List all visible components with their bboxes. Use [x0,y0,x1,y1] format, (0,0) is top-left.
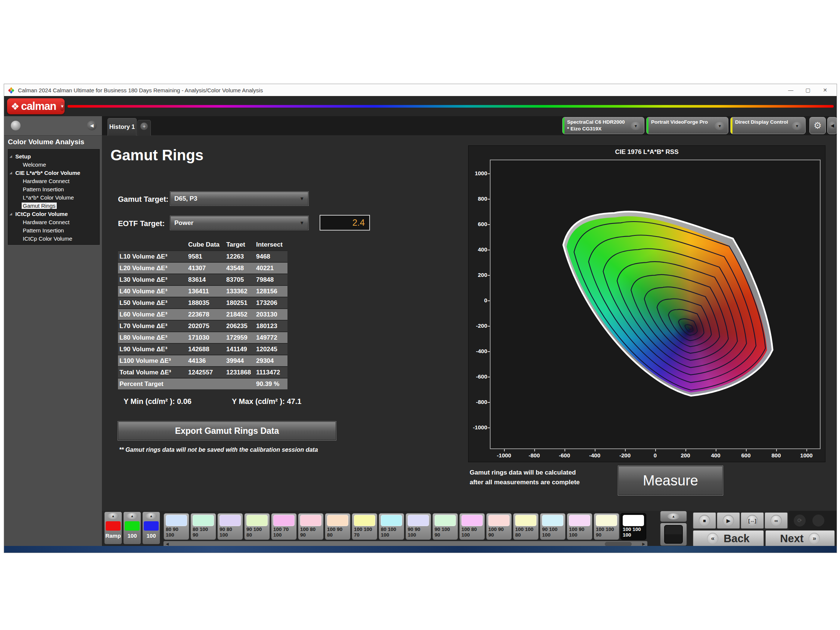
loop-button[interactable]: ∞ [764,512,788,529]
eotf-target-dropdown[interactable]: Power ▼ [170,216,308,230]
row-label: Total Volume ΔE³ [118,367,187,378]
swatch-100-90-90[interactable]: 100 90 90 [486,513,512,540]
sidebar-collapse-button[interactable]: ◀ [87,121,97,130]
sidebar-item-pattern-insertion[interactable]: Pattern Insertion [8,185,99,193]
pattern-button-100-1[interactable]: ▲100 [123,511,141,545]
swatch-label: 100 100 100 [621,526,646,538]
row-label: L60 Volume ΔE³ [118,309,187,320]
y-tick-label: 1000 [471,170,487,176]
stop-button[interactable]: ■ [693,512,716,529]
back-label: Back [723,532,749,545]
intersect-value: 180123 [254,320,287,332]
plus-icon: + [141,123,148,130]
x-tick-label: 800 [765,452,787,459]
swatch-100-100-70[interactable]: 100 100 70 [352,513,377,540]
play-button[interactable]: ▶ [717,512,740,529]
next-button[interactable]: Next » [765,530,835,547]
target-value: 133362 [225,285,254,297]
tab-history-1[interactable]: History 1 [107,118,137,136]
close-button[interactable]: ✕ [816,84,834,96]
workflow-menu-button[interactable] [11,121,21,130]
chevron-down-icon: ▼ [630,122,641,130]
y-tick-mark [488,199,490,199]
swatch-90-100-80[interactable]: 90 100 80 [244,513,270,540]
intersect-value: 1113472 [254,367,287,378]
sidebar-item-ictcp-color-volume[interactable]: ◢ICtCp Color Volume [8,210,99,218]
swatch-100-80-90[interactable]: 100 80 90 [298,513,324,540]
x-tick-label: -400 [584,452,606,459]
maximize-button[interactable]: ▢ [799,84,816,96]
swatch-90-90-100[interactable]: 90 90 100 [406,513,431,540]
expander-icon[interactable]: ◢ [10,169,12,177]
gamut-target-dropdown[interactable]: D65, P3 ▼ [170,192,308,206]
cube-data-value: 136411 [187,285,225,297]
sidebar-item-hardware-connect[interactable]: Hardware Connect [8,177,99,185]
add-tab-button[interactable]: + [137,120,151,136]
minimize-button[interactable]: — [782,84,799,96]
sidebar-item-cie-l-a-b-color-volume[interactable]: ◢CIE L*a*b* Color Volume [8,169,99,177]
x-tick-mark [655,449,656,451]
swatch-label: 100 90 80 [325,526,350,538]
logo-row: ❖ calman ▼ [4,96,837,116]
sidebar-item-ictcp-color-volume[interactable]: ICtCp Color Volume [8,235,99,243]
swatch-100-90-100[interactable]: 100 90 100 [567,513,592,540]
sidebar-item-l-a-b-color-volume[interactable]: L*a*b* Color Volume [8,193,99,202]
back-button[interactable]: « Back [693,530,764,547]
x-tick-mark [625,449,626,451]
y-tick-label: 0 [471,297,487,304]
arrow-up-icon: ▲ [668,513,679,519]
swatch-80-100-90[interactable]: 80 100 90 [190,513,216,540]
pattern-window-expand-button[interactable]: ▲ [660,511,687,522]
swatch-100-100-100[interactable]: 100 100 100 [621,513,646,540]
eotf-gamma-input[interactable]: 2.4 [320,215,370,231]
sidebar-item-pattern-insertion[interactable]: Pattern Insertion [8,226,99,235]
swatch-90-80-100[interactable]: 90 80 100 [217,513,243,540]
device-dropdown-1[interactable]: SpectraCal C6 HDR2000* Eizo CG319X▼ [562,117,644,134]
swatch-label: 100 80 100 [459,526,485,538]
calman-diamond-icon: ❖ [11,101,19,111]
stop-icon: ■ [699,515,710,526]
settings-button[interactable]: ⚙ [809,117,826,134]
intersect-value: 149772 [254,332,287,343]
swatch-80-90-100[interactable]: 80 90 100 [164,513,189,540]
refresh-button[interactable]: ⟳ [794,514,806,527]
pattern-button-ramp-0[interactable]: ▲Ramp [104,511,122,545]
swatch-90-100-100[interactable]: 90 100 100 [540,513,565,540]
expander-icon[interactable]: ◢ [10,152,12,161]
export-gamut-rings-button[interactable]: Export Gamut Rings Data [118,421,336,440]
expander-icon[interactable]: ◢ [10,210,12,218]
swatch-100-70-100[interactable]: 100 70 100 [271,513,297,540]
target-value: 12263 [225,251,254,262]
cube-data-value: 188035 [187,297,225,309]
swatch-label: 80 100 100 [379,526,404,538]
range-button[interactable]: [↔] [741,512,764,529]
main-menu-caret-icon[interactable]: ▼ [60,102,65,111]
swatch-100-100-80[interactable]: 100 100 80 [513,513,539,540]
swatch-100-80-100[interactable]: 100 80 100 [459,513,485,540]
pattern-button-100-2[interactable]: ▲100 [142,511,160,545]
y-min-readout: Y Min (cd/m² ): 0.06 [123,397,191,406]
record-button[interactable] [812,514,824,527]
sidebar-item-gamut-rings[interactable]: Gamut Rings [8,202,99,210]
swatch-90-100-90[interactable]: 90 100 90 [432,513,458,540]
swatch-color [381,515,402,526]
sidebar-item-welcome[interactable]: Welcome [8,161,99,169]
pattern-window-preview-button[interactable] [660,523,687,546]
collapse-panel-button[interactable]: ◀ [827,117,837,134]
target-value [225,378,254,389]
swatch-100-100-90[interactable]: 100 100 90 [594,513,619,540]
calman-logo[interactable]: ❖ calman ▼ [7,98,65,114]
sidebar-item-setup[interactable]: ◢Setup [8,152,99,161]
measure-button[interactable]: Measure [618,466,723,495]
sidebar-item-hardware-connect[interactable]: Hardware Connect [8,218,99,226]
swatch-80-100-100[interactable]: 80 100 100 [379,513,404,540]
gamut-rings-plot [558,208,778,400]
device-dropdown-2[interactable]: Portrait VideoForge Pro▼ [646,117,728,134]
device-dropdown-3[interactable]: Direct Display Control▼ [730,117,806,134]
target-value: 39944 [225,355,254,367]
table-row-l30-volume-e: L30 Volume ΔE³836148370579848 [118,274,287,285]
swatch-100-90-80[interactable]: 100 90 80 [325,513,351,540]
swatch-color [569,515,590,526]
device-label-line: * Eizo CG319X [567,125,625,132]
swatch-color [246,515,268,526]
